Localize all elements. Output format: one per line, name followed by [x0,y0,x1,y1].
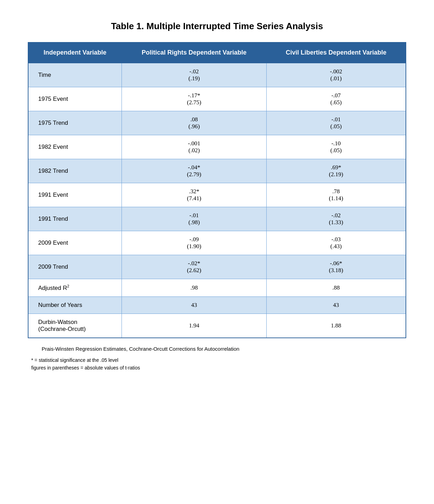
variable-cell: Time [28,63,122,87]
civil-liberties-cell: 1.88 [266,314,406,338]
civil-liberties-cell: 43 [266,296,406,314]
variable-cell: 1982 Event [28,135,122,159]
table-row: 1982 Event-.001(.02)-.10(.05) [28,135,406,159]
political-rights-cell: -.001(.02) [122,135,266,159]
header-civil-liberties: Civil Liberties Dependent Variable [266,42,406,63]
variable-cell: Number of Years [28,296,122,314]
civil-liberties-cell: .88 [266,279,406,297]
table-title: Table 1. Multiple Interrupted Time Serie… [111,21,323,32]
variable-cell: 1975 Trend [28,111,122,135]
header-independent-variable: Independent Variable [28,42,122,63]
table-row: 1991 Trend-.01(.98)-.02(1.33) [28,207,406,231]
table-row: 2009 Trend-.02*(2.62)-.06*(3.18) [28,255,406,279]
political-rights-cell: 1.94 [122,314,266,338]
variable-cell: 2009 Event [28,231,122,255]
civil-liberties-cell: -.10(.05) [266,135,406,159]
civil-liberties-cell: -.002(.01) [266,63,406,87]
political-rights-cell: .32*(7.41) [122,183,266,207]
political-rights-cell: .98 [122,279,266,297]
table-row: Time-.02(.19)-.002(.01) [28,63,406,87]
table-row: 2009 Event-.09(1.90)-.03(.43) [28,231,406,255]
civil-liberties-cell: .78(1.14) [266,183,406,207]
political-rights-cell: .08(.96) [122,111,266,135]
political-rights-cell: -.17*(2.75) [122,87,266,111]
civil-liberties-cell: -.01(.05) [266,111,406,135]
variable-cell: 1982 Trend [28,159,122,183]
variable-cell: Durbin-Watson(Cochrane-Orcutt) [28,314,122,338]
table-row: 1975 Trend.08(.96)-.01(.05) [28,111,406,135]
civil-liberties-cell: -.06*(3.18) [266,255,406,279]
table-row: 1975 Event-.17*(2.75)-.07(.65) [28,87,406,111]
political-rights-cell: -.02*(2.62) [122,255,266,279]
table-row: Adjusted R2.98.88 [28,279,406,297]
civil-liberties-cell: -.02(1.33) [266,207,406,231]
footnotes: Prais-Winsten Regression Estimates, Coch… [28,346,406,373]
civil-liberties-cell: .69*(2.19) [266,159,406,183]
table-row: Number of Years4343 [28,296,406,314]
footnote-parens: figures in parentheses = absolute values… [31,365,403,371]
table-row: 1991 Event.32*(7.41).78(1.14) [28,183,406,207]
political-rights-cell: -.02(.19) [122,63,266,87]
footnote-main: Prais-Winsten Regression Estimates, Coch… [31,346,403,352]
political-rights-cell: -.09(1.90) [122,231,266,255]
political-rights-cell: -.01(.98) [122,207,266,231]
footnote-star: * = statistical significance at the .05 … [31,357,403,363]
variable-cell: Adjusted R2 [28,279,122,297]
variable-cell: 1991 Trend [28,207,122,231]
variable-cell: 1991 Event [28,183,122,207]
civil-liberties-cell: -.03(.43) [266,231,406,255]
table-row: Durbin-Watson(Cochrane-Orcutt)1.941.88 [28,314,406,338]
political-rights-cell: 43 [122,296,266,314]
table-row: 1982 Trend-.04*(2.79).69*(2.19) [28,159,406,183]
header-political-rights: Political Rights Dependent Variable [122,42,266,63]
analysis-table: Independent Variable Political Rights De… [28,42,406,338]
political-rights-cell: -.04*(2.79) [122,159,266,183]
variable-cell: 1975 Event [28,87,122,111]
civil-liberties-cell: -.07(.65) [266,87,406,111]
variable-cell: 2009 Trend [28,255,122,279]
